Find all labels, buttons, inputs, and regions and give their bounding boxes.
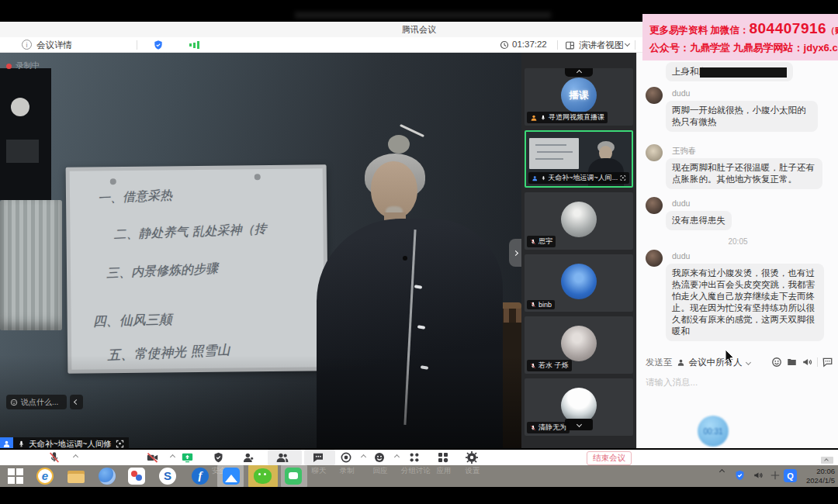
members-button[interactable] [275,451,289,464]
record-button[interactable] [340,451,352,464]
caption-collapse-button[interactable] [70,395,83,409]
lapel-mic [403,256,407,261]
participant-name: 寻道网视频直播课 [549,112,604,123]
sogou-icon[interactable]: S [158,467,177,485]
security-shield-icon[interactable] [153,40,164,50]
tray-qq-input-icon[interactable]: Q [784,469,797,482]
participant-name: 天命补~地运调~人间... [548,173,618,183]
taskbar-clock[interactable]: 20:06 2024/1/5 [806,467,835,485]
colorful-app-icon[interactable] [127,467,146,485]
promo-banner: 更多易学资料 加微信：804407916（赠送资料） 公众号：九鼎学堂 九鼎易学… [642,14,838,60]
reactions-button[interactable] [373,451,386,464]
main-video-feed: 一、借意采热 二、静处养气 乱处采神（抟 三、内景修炼的步骤 四、仙风三颠 五、… [0,53,521,448]
camera-options-caret[interactable] [170,454,175,460]
smiley-icon [10,399,18,406]
chat-timestamp: 20:05 [637,237,838,246]
wecom-icon[interactable] [284,467,303,485]
windows-start-button[interactable] [6,467,25,485]
avatar: 播课 [561,78,597,113]
participant-tile[interactable]: 思宇 [525,192,633,250]
chat-input[interactable]: 请输入消息... [646,377,832,388]
chat-settings-button[interactable] [822,357,833,368]
mic-on-icon [541,174,546,182]
chat-message-clipped: 上身和腿 [666,62,793,81]
promo-line1: 更多易学资料 加微信：804407916（赠送资料） [649,19,832,38]
announce-button[interactable] [802,357,813,368]
reactions-options-caret[interactable] [394,454,400,460]
breakout-rooms-button[interactable] [408,451,421,464]
avatar [646,250,663,267]
record-options-caret[interactable] [361,454,366,460]
info-icon: i [22,40,32,50]
divider [557,40,558,50]
end-meeting-button[interactable]: 结束会议 [587,451,632,465]
apps-button[interactable] [437,451,449,464]
participant-tile[interactable]: binb [525,254,633,312]
mouse-cursor [725,349,736,364]
tray-input-icon[interactable] [770,470,781,481]
flash-icon[interactable]: f [191,467,210,485]
member-icon [532,174,538,182]
chevron-down-icon [745,359,750,364]
tencent-meeting-icon[interactable] [222,467,241,485]
clock-icon [500,40,509,50]
participant-tile[interactable]: 播课 寻道网视频直播课 [525,68,633,126]
member-icon [677,358,685,367]
folder-app-icon[interactable] [67,467,85,485]
host-icon [530,114,538,122]
manage-members-button[interactable] [242,451,255,464]
participant-name: binb [538,301,552,309]
chat-author: dudu [672,198,690,208]
participant-name: 若水 子烁 [538,361,569,371]
speaker-name: 天命补~地运调~人间修 [29,439,112,449]
caption-placeholder: 说点什么... [21,397,58,408]
avatar [646,197,663,214]
tray-volume-icon[interactable] [753,470,764,481]
radiator [0,200,62,330]
emoji-button[interactable] [771,357,782,368]
chat-button[interactable] [312,451,324,464]
speaker-name-bar: 天命补~地运调~人间修 [0,437,129,448]
camera-off-button[interactable] [146,451,159,464]
redaction-bar [700,67,787,78]
scroll-spinner[interactable] [821,457,833,464]
chevron-left-icon [74,399,79,405]
security-button[interactable] [213,451,224,464]
participant-tile[interactable]: 若水 子烁 [525,316,633,374]
wechat-icon[interactable] [253,467,272,485]
browser-circle-icon[interactable] [98,467,116,485]
screen-bottom-strip [0,487,838,504]
participant-tile-active[interactable]: 天命补~地运调~人间... [525,130,633,188]
mic-muted-button[interactable] [48,451,61,464]
chevron-up-icon [576,70,581,75]
panel-expand-handle[interactable] [509,239,521,267]
floating-voice-badge: 00:31 [698,416,729,447]
network-signal-icon[interactable] [189,41,199,49]
strip-collapse-button[interactable] [565,68,593,77]
avatar [561,326,597,361]
tray-expand-icon[interactable] [719,469,725,475]
meeting-details-button[interactable]: 会议详情 [36,40,72,51]
video-ghosting [295,12,551,18]
view-mode-selector[interactable]: 演讲者视图 [579,40,624,51]
background-shelf [0,68,51,200]
meeting-bottom-toolbar: 安全 聊天 录制 回应 分组讨论 应用 设置 结束会议 [0,450,838,465]
recording-dot [6,64,12,69]
divider [137,40,137,50]
participant-tile[interactable]: 清静无为 [525,378,633,436]
mic-muted-icon [530,238,536,246]
recording-indicator: 录制中 [6,60,40,71]
tray-security-icon[interactable] [734,469,746,482]
share-screen-button[interactable] [181,451,194,464]
file-button[interactable] [786,357,798,368]
chat-author: 王驹春 [672,146,697,157]
meeting-duration: 01:37:22 [512,40,547,49]
mic-options-caret[interactable] [73,454,78,460]
chat-message: 现在两脚和肚子还很温暖，肚子还有点胀胀的。其他地方恢复正常。 [666,158,822,189]
layout-view-icon [565,40,575,50]
settings-button[interactable] [466,451,478,464]
quick-caption-bar[interactable]: 说点什么... [6,395,67,409]
ie-browser-icon[interactable]: e [36,467,54,485]
window-title: 腾讯会议 [402,24,436,36]
taskbar-time: 20:06 [806,467,835,476]
